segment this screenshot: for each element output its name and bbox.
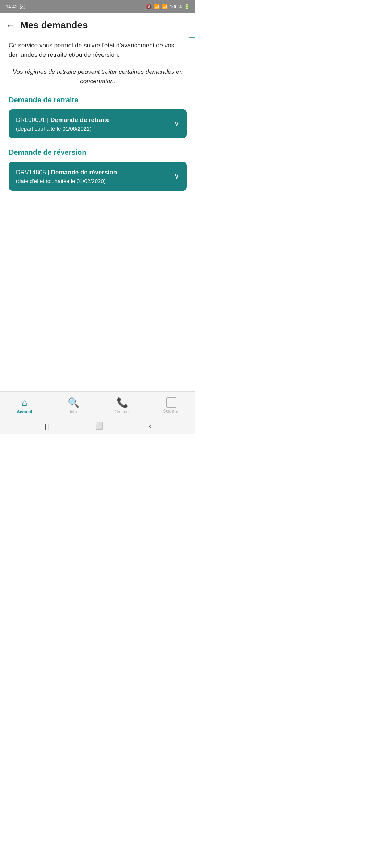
bottom-nav: ⌂ Accueil 🔍 Info 📞 Contact Scanner xyxy=(0,391,196,418)
section-reversion: Demande de réversion DRV14805 | Demande … xyxy=(9,148,187,191)
demand-card-title-retraite: DRL00001 | Demande de retraite xyxy=(16,116,169,124)
demand-card-subtitle-retraite: (départ souhaité le 01/06/2021) xyxy=(16,125,169,132)
demand-card-content-retraite: DRL00001 | Demande de retraite (départ s… xyxy=(16,116,169,132)
battery-icon: 🔋 xyxy=(184,4,190,9)
signal-icon: 📶 xyxy=(162,4,168,9)
description-text: Ce service vous permet de suivre l'état … xyxy=(9,41,187,59)
italic-notice: Vos régimes de retraite peuvent traiter … xyxy=(9,67,187,86)
demand-card-retraite[interactable]: DRL00001 | Demande de retraite (départ s… xyxy=(9,109,187,138)
nav-label-accueil: Accueil xyxy=(17,409,32,414)
nav-item-scanner[interactable]: Scanner xyxy=(147,397,196,414)
content-spacer xyxy=(0,299,196,391)
mute-icon: 🔇 xyxy=(146,4,152,9)
back-system-button[interactable]: ‹ xyxy=(149,422,151,430)
chevron-down-icon-reversion: ∨ xyxy=(174,171,180,181)
home-button[interactable]: ⬜ xyxy=(95,422,103,430)
demand-card-title-reversion: DRV14805 | Demande de réversion xyxy=(16,168,169,177)
phone-icon: 📞 xyxy=(117,397,128,408)
demand-card-reversion[interactable]: DRV14805 | Demande de réversion (date d'… xyxy=(9,162,187,191)
status-bar: 14:43 🖼 🔇 📶 📶 100% 🔋 xyxy=(0,0,196,13)
wifi-icon: 📶 xyxy=(154,4,160,9)
recent-apps-button[interactable]: ||| xyxy=(45,422,50,430)
demand-card-subtitle-reversion: (date d'effet souhaitée le 01/02/2020) xyxy=(16,178,169,184)
back-button[interactable]: ← xyxy=(6,21,14,30)
nav-label-contact: Contact xyxy=(115,409,130,414)
nav-item-accueil[interactable]: ⌂ Accueil xyxy=(0,397,49,414)
section-retraite: Demande de retraite DRL00001 | Demande d… xyxy=(9,96,187,138)
section-title-retraite: Demande de retraite xyxy=(9,96,187,104)
nav-item-info[interactable]: 🔍 Info xyxy=(49,397,98,414)
search-icon: 🔍 xyxy=(68,397,79,408)
section-title-reversion: Demande de réversion xyxy=(9,148,187,157)
chevron-down-icon-retraite: ∨ xyxy=(174,119,180,128)
home-icon: ⌂ xyxy=(22,397,28,408)
page-title: Mes demandes xyxy=(20,20,88,31)
main-content: Ce service vous permet de suivre l'état … xyxy=(0,37,196,299)
battery-display: 100% xyxy=(170,4,182,9)
system-nav-bar: ||| ⬜ ‹ xyxy=(0,418,196,434)
nav-item-contact[interactable]: 📞 Contact xyxy=(98,397,147,414)
time-display: 14:43 xyxy=(6,4,18,9)
page-header: ← Mes demandes xyxy=(0,13,196,37)
scanner-icon xyxy=(166,397,176,408)
status-bar-right: 🔇 📶 📶 100% 🔋 xyxy=(146,4,190,9)
photo-icon: 🖼 xyxy=(20,4,25,9)
demand-card-content-reversion: DRV14805 | Demande de réversion (date d'… xyxy=(16,168,169,184)
status-bar-left: 14:43 🖼 xyxy=(6,4,25,9)
nav-label-info: Info xyxy=(70,409,77,414)
nav-label-scanner: Scanner xyxy=(163,409,179,414)
